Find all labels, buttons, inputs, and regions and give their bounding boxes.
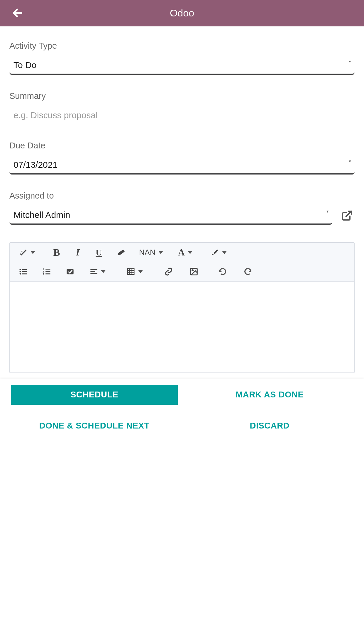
schedule-button[interactable]: SCHEDULE — [11, 385, 178, 405]
svg-rect-14 — [45, 273, 50, 274]
bold-button[interactable]: B — [49, 246, 64, 259]
svg-rect-16 — [90, 269, 97, 270]
external-link-button[interactable] — [339, 208, 355, 223]
due-date-label: Due Date — [9, 141, 355, 150]
summary-field: Summary — [9, 91, 355, 124]
external-link-icon — [341, 210, 353, 221]
undo-button[interactable] — [215, 265, 230, 278]
ol-icon: 1 2 3 — [42, 267, 51, 276]
eraser-icon — [117, 248, 126, 257]
align-icon — [90, 267, 98, 276]
svg-rect-17 — [90, 271, 95, 272]
chevron-down-icon: ▼ — [326, 209, 329, 214]
chevron-down-icon: ▼ — [348, 60, 352, 64]
checklist-button[interactable] — [63, 265, 77, 278]
svg-point-7 — [20, 273, 21, 275]
discard-button[interactable]: DISCARD — [187, 412, 353, 440]
svg-rect-6 — [22, 271, 27, 272]
assigned-to-label: Assigned to — [9, 191, 355, 201]
activity-type-label: Activity Type — [9, 41, 355, 51]
assigned-to-value: Mitchell Admin — [13, 210, 70, 220]
svg-line-1 — [346, 211, 351, 216]
svg-point-3 — [20, 269, 21, 270]
editor-content-area[interactable] — [10, 282, 354, 372]
font-family-label: NAN — [139, 248, 155, 257]
summary-input[interactable] — [13, 110, 351, 120]
mark-as-done-button[interactable]: MARK AS DONE — [187, 385, 353, 405]
assigned-to-select[interactable]: Mitchell Admin ▼ — [9, 206, 332, 225]
redo-icon — [243, 267, 252, 276]
activity-type-value: To Do — [13, 60, 36, 70]
paragraph-align-button[interactable] — [86, 265, 109, 278]
back-button[interactable] — [12, 7, 23, 19]
redo-button[interactable] — [241, 265, 255, 278]
chevron-down-icon: ▼ — [348, 159, 352, 163]
magic-wand-icon — [19, 248, 28, 257]
unordered-list-button[interactable] — [16, 265, 31, 278]
link-button[interactable] — [161, 265, 176, 278]
assigned-to-field: Assigned to Mitchell Admin ▼ — [9, 191, 355, 225]
svg-rect-15 — [67, 269, 73, 274]
undo-icon — [218, 267, 227, 276]
done-schedule-next-button[interactable]: DONE & SCHEDULE NEXT — [11, 412, 178, 440]
link-icon — [165, 267, 173, 276]
svg-point-5 — [20, 271, 21, 272]
svg-rect-12 — [45, 271, 50, 272]
font-family-button[interactable]: NAN — [139, 246, 163, 259]
due-date-field: Due Date 07/13/2021 ▼ — [9, 141, 355, 175]
magic-tool-button[interactable] — [16, 246, 39, 259]
svg-rect-8 — [22, 273, 27, 274]
activity-type-field: Activity Type To Do ▼ — [9, 41, 355, 75]
image-icon — [189, 267, 198, 276]
italic-button[interactable]: I — [70, 246, 85, 259]
highlight-button[interactable] — [207, 246, 230, 259]
svg-point-25 — [192, 270, 193, 271]
app-header: Odoo — [0, 0, 364, 26]
action-bar: SCHEDULE MARK AS DONE DONE & SCHEDULE NE… — [0, 379, 364, 458]
checkbox-icon — [66, 267, 74, 276]
underline-button[interactable]: U — [92, 246, 106, 259]
summary-label: Summary — [9, 91, 355, 101]
summary-input-wrapper — [9, 107, 355, 124]
form-content: Activity Type To Do ▼ Summary Due Date 0… — [0, 26, 364, 379]
page-title: Odoo — [170, 7, 194, 19]
svg-rect-2 — [21, 249, 27, 255]
brush-icon — [210, 248, 219, 257]
activity-type-select[interactable]: To Do ▼ — [9, 57, 355, 75]
ordered-list-button[interactable]: 1 2 3 — [39, 265, 54, 278]
svg-rect-19 — [128, 269, 134, 275]
image-button[interactable] — [187, 265, 201, 278]
svg-rect-4 — [22, 269, 27, 270]
editor-toolbar: B I U NAN A — [10, 243, 354, 282]
ul-icon — [19, 267, 28, 276]
table-icon — [126, 267, 135, 276]
arrow-left-icon — [12, 7, 23, 19]
svg-text:3: 3 — [43, 272, 44, 275]
due-date-select[interactable]: 07/13/2021 ▼ — [9, 156, 355, 175]
rich-text-editor: B I U NAN A — [9, 242, 355, 373]
font-color-button[interactable]: A — [174, 246, 197, 259]
svg-rect-18 — [90, 273, 97, 274]
table-button[interactable] — [123, 265, 146, 278]
svg-rect-10 — [45, 269, 50, 270]
erase-button[interactable] — [114, 246, 128, 259]
due-date-value: 07/13/2021 — [13, 160, 57, 170]
